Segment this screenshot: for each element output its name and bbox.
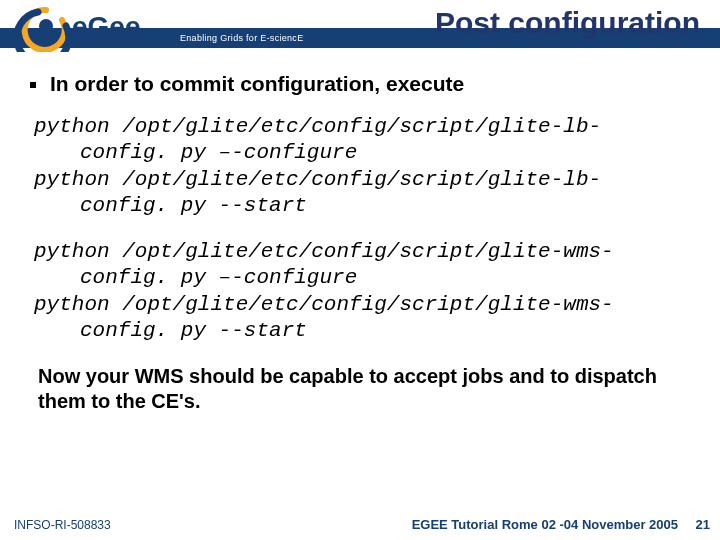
code-line: config. py –-configure xyxy=(34,140,690,166)
bullet-row: In order to commit configuration, execut… xyxy=(30,72,690,96)
code-line: config. py –-configure xyxy=(34,265,690,291)
code-line: python /opt/glite/etc/config/script/glit… xyxy=(34,239,690,265)
header: Post configuration Enabling Grids for E-… xyxy=(0,0,720,60)
code-line: python /opt/glite/etc/config/script/glit… xyxy=(34,292,690,318)
code-line: python /opt/glite/etc/config/script/glit… xyxy=(34,167,690,193)
svg-text:eGee: eGee xyxy=(72,11,141,42)
code-block-wms: python /opt/glite/etc/config/script/glit… xyxy=(34,239,690,344)
slide-title: Post configuration xyxy=(435,6,700,40)
content-area: In order to commit configuration, execut… xyxy=(30,72,690,414)
code-block-lb: python /opt/glite/etc/config/script/glit… xyxy=(34,114,690,219)
closing-text: Now your WMS should be capable to accept… xyxy=(32,364,690,414)
footer: INFSO-RI-508833 EGEE Tutorial Rome 02 -0… xyxy=(0,514,720,540)
footer-right: EGEE Tutorial Rome 02 -04 November 2005 xyxy=(412,517,678,532)
tagline: Enabling Grids for E-sciencE xyxy=(180,33,303,43)
svg-point-0 xyxy=(39,19,53,33)
footer-left: INFSO-RI-508833 xyxy=(14,518,111,532)
egee-logo: eGee xyxy=(10,2,170,52)
code-line: config. py --start xyxy=(34,318,690,344)
footer-page-number: 21 xyxy=(696,517,710,532)
bullet-text: In order to commit configuration, execut… xyxy=(50,72,464,96)
bullet-dot-icon xyxy=(30,82,36,88)
slide: Post configuration Enabling Grids for E-… xyxy=(0,0,720,540)
code-line: python /opt/glite/etc/config/script/glit… xyxy=(34,114,690,140)
code-line: config. py --start xyxy=(34,193,690,219)
